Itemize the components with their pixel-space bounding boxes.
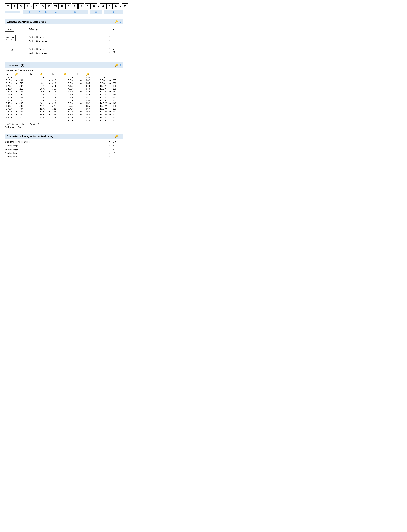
- pn-char: C: [85, 3, 91, 9]
- char-row-2: 2-polig, träge=T2: [5, 147, 123, 151]
- char-section-title: Charakteristik magnetische Auslösung: [7, 135, 53, 138]
- pn-label-5: 5: [63, 10, 88, 14]
- nennstrom-cell-0-4: 1.1 A: [39, 76, 48, 79]
- char-val-3: F1: [113, 152, 123, 154]
- nennstrom-cell-8-6: J19: [52, 99, 63, 102]
- wipp-val-lg: L M: [113, 47, 123, 53]
- nennstrom-cell-2-13: =: [108, 82, 112, 85]
- nennstrom-cell-15-9: =: [76, 119, 86, 122]
- nennstrom-cell-4-11: [96, 87, 99, 90]
- nennstrom-cell-1-1: =: [14, 79, 19, 82]
- nennstrom-cell-13-13: =: [108, 113, 112, 116]
- nennstrom-cell-9-4: 2.0 A: [39, 102, 48, 105]
- nennstrom-cell-12-4: 2.3 A: [39, 110, 48, 113]
- nennstrom-cell-10-6: J21: [52, 105, 63, 108]
- nennstrom-cell-12-12: 17.0 A*: [99, 110, 108, 113]
- nennstrom-cell-13-0: 0.90 A: [5, 113, 14, 116]
- nennstrom-section-right: 🔑 4: [115, 63, 121, 67]
- pn-char: F: [59, 3, 65, 9]
- nennstrom-row-15: 7.5 A=07520.0 A*=200: [5, 119, 123, 122]
- nennstrom-cell-12-1: =: [14, 110, 19, 113]
- wipp-val-m: M: [113, 51, 123, 53]
- nennstrom-cell-9-12: 14.0 A*: [99, 102, 108, 105]
- nennstrom-cell-5-6: J16: [52, 90, 63, 93]
- nennstrom-note: * 3-Pol max. 12 A: [5, 126, 123, 129]
- pn-char: C: [33, 3, 39, 9]
- nennstrom-row-1: 0.10 A=J011.2 A=J123.2 A=0328.5 A=085: [5, 79, 123, 82]
- nennstrom-cell-4-4: 1.5 A: [39, 87, 48, 90]
- wipp-row-onoff: ON OFF I O Bedruckt weiss Bedruckt schwa…: [5, 33, 123, 45]
- nennstrom-cell-3-11: [96, 85, 99, 87]
- nennstrom-cell-3-12: 10.0 A: [99, 85, 108, 87]
- symbol-dash-lg: –: [9, 48, 10, 52]
- wipp-desc-bedruckt-schwarz-2: Bedruckt schwarz: [29, 51, 106, 56]
- nennstrom-cell-8-4: 1.9 A: [39, 99, 48, 102]
- char-section-header: Charakteristik magnetische Auslösung 🔑 5: [5, 134, 123, 139]
- nennstrom-cell-10-8: 5.5 A: [67, 105, 76, 108]
- wipp-eq-h: =: [106, 35, 113, 38]
- symbol-dash-char: –: [8, 28, 9, 31]
- nennstrom-cell-1-7: [63, 79, 67, 82]
- pn-char: 0: [72, 3, 78, 9]
- wipp-icon-dash-circle-lg: –: [5, 47, 25, 53]
- nennstrom-cell-5-9: =: [76, 90, 86, 93]
- char-val-1: T1: [113, 144, 123, 147]
- nennstrom-cell-5-12: 11.0 A: [99, 90, 108, 93]
- char-row-3: 1-polig, flink=F1: [5, 151, 123, 155]
- nennstrom-row-0: 0.05 A=Z051.1 A=J113.0 A=0308.0 A=080: [5, 76, 123, 79]
- nennstrom-cell-15-3: [30, 119, 39, 122]
- key-icon-nennstrom: 🔑: [115, 63, 118, 67]
- wipp-val-onoff: H K: [113, 35, 123, 41]
- pn-char: W: [53, 3, 59, 9]
- nennstrom-cell-10-1: =: [14, 105, 19, 108]
- nennstrom-cell-3-0: 0.20 A: [5, 85, 14, 87]
- nennstrom-cell-13-14: 180: [112, 113, 123, 116]
- wipp-section: Wippenbeschriftung, Markierung 🔑 3 – Prä…: [5, 19, 123, 57]
- nennstrom-cell-11-0: 0.70 A: [5, 108, 14, 110]
- char-desc-4: 2-polig, flink: [5, 155, 106, 158]
- nennstrom-cell-2-10: 035: [86, 82, 96, 85]
- nennstrom-cell-9-10: 052: [86, 102, 96, 105]
- symbol-circle-lg: [11, 49, 13, 51]
- nennstrom-cell-5-7: [63, 90, 67, 93]
- nennstrom-cell-5-8: 4.2 A: [67, 90, 76, 93]
- pn-dash: -: [120, 5, 121, 8]
- nennstrom-cell-6-1: =: [14, 93, 19, 96]
- nennstrom-cell-14-0: 1.00 A: [5, 116, 14, 119]
- nennstrom-cell-0-5: =: [48, 76, 52, 79]
- nennstrom-cell-7-6: J18: [52, 96, 63, 99]
- wipp-eq-onoff: = =: [106, 35, 113, 41]
- wipp-desc-bedruckt-weiss: Bedruckt weiss: [29, 35, 106, 39]
- nennstrom-cell-4-0: 0.25 A: [5, 87, 14, 90]
- nennstrom-cell-4-9: =: [76, 87, 86, 90]
- wipp-desc-dash-circle-lg: Bedruckt weiss Bedruckt schwarz: [25, 47, 106, 55]
- nennstrom-cell-11-14: 160: [112, 108, 123, 110]
- nennstrom-cell-4-7: [63, 87, 67, 90]
- nennstrom-row-9: 0.50 A=J052.0 A=J205.2 A=05214.0 A*=140: [5, 102, 123, 105]
- char-val-0: C0: [113, 141, 123, 143]
- char-eq-4: =: [106, 155, 113, 158]
- nennstrom-cell-10-14: 150: [112, 105, 123, 108]
- char-row-4: 2-polig, flink=F2: [5, 155, 123, 159]
- nennstrom-cell-7-5: =: [48, 96, 52, 99]
- nennstrom-cell-2-4: 1.3 A: [39, 82, 48, 85]
- nennstrom-cell-9-9: =: [76, 102, 86, 105]
- onoff-text-on2: I: [6, 39, 10, 40]
- nennstrom-cell-12-11: [96, 110, 99, 113]
- char-eq-1: =: [106, 144, 113, 147]
- nennstrom-cell-1-12: 8.5 A: [99, 79, 108, 82]
- nennstrom-row-4: 0.25 A=Z251.5 A=J154.0 A=04010.5 A=105: [5, 87, 123, 90]
- nennstrom-cell-10-12: 15.0 A*: [99, 105, 108, 108]
- nennstrom-cell-5-1: =: [14, 90, 19, 93]
- nennstrom-cell-7-10: 047: [86, 96, 96, 99]
- nennstrom-cell-5-0: 0.30 A: [5, 90, 14, 93]
- nennstrom-cell-14-13: =: [108, 116, 112, 119]
- nennstrom-cell-14-9: =: [76, 116, 86, 119]
- nennstrom-cell-3-5: =: [48, 85, 52, 87]
- nennstrom-cell-7-11: [96, 96, 99, 99]
- nennstrom-cell-2-11: [96, 82, 99, 85]
- nennstrom-cell-10-0: 0.60 A: [5, 105, 14, 108]
- nennstrom-cell-6-14: 115: [112, 93, 123, 96]
- nennstrom-cell-12-10: 060: [86, 110, 96, 113]
- nennstrom-cell-6-7: [63, 93, 67, 96]
